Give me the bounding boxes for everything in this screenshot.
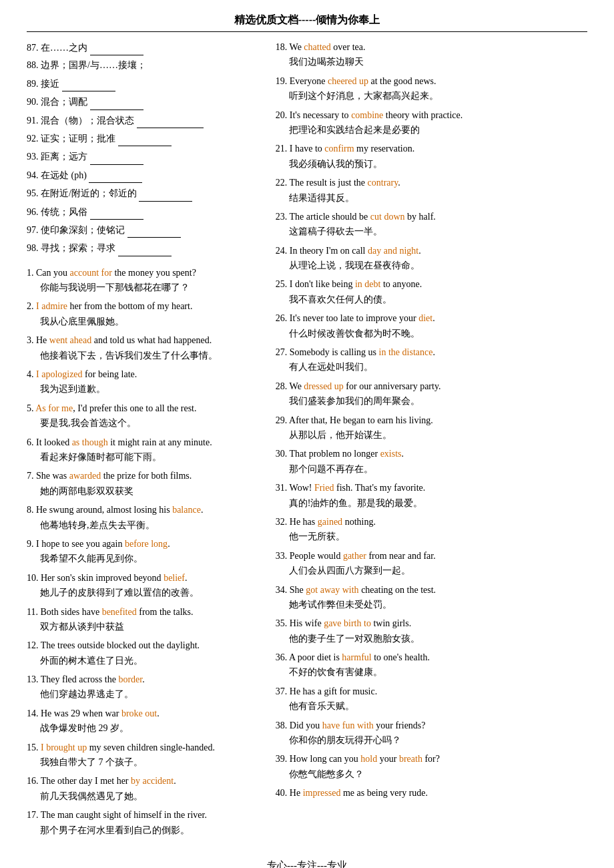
highlight-got-away-with: got away with [306,585,358,595]
vocab-item-98: 98. 寻找；探索；寻求 [27,240,262,256]
chinese-8: 他蓦地转身,差点失去平衡。 [27,518,262,533]
chinese-27: 有人在远处叫我们。 [276,360,601,375]
vocab-item-88: 88. 边界；国界/与……接壤； [27,58,262,73]
sentence-9: 9. I hope to see you again before long. … [27,537,262,567]
chinese-19: 听到这个好消息，大家都高兴起来。 [276,89,601,103]
sentence-33: 33. People would gather from near and fa… [276,549,601,579]
chinese-5: 要是我,我会首选这个。 [27,416,262,431]
highlight-exists: exists [380,449,402,459]
highlight-before-long: before long [125,539,168,549]
right-column: 18. We chatted over tea. 我们边喝茶边聊天 19. Ev… [276,40,601,842]
sentence-31: 31. Wow! Fried fish. That's my favorite.… [276,481,601,511]
sentence-21: 21. I have to confirm my reservation. 我必… [276,142,601,172]
sentence-22: 22. The result is just the contrary. 结果适… [276,176,601,206]
highlight-combine: combine [351,110,383,120]
highlight-fried: Fried [314,483,334,493]
chinese-25: 我不喜欢欠任何人的债。 [276,292,601,307]
sentence-10: 10. Her son's skin improved beyond belie… [27,571,262,601]
sentence-16: 16. The other day I met her by accident.… [27,774,262,804]
sentence-15: 15. I brought up my seven children singl… [27,740,262,771]
highlight-in-debt: in debt [355,279,381,289]
chinese-16: 前几天我偶然遇见了她。 [27,789,262,804]
highlight-went-ahead: went ahead [49,335,91,345]
highlight-in-the-distance: in the distance [379,347,433,357]
sentence-36: 36. A poor diet is harmful to one's heal… [276,650,601,680]
sentence-6: 6. It looked as though it might rain at … [27,435,262,465]
chinese-34: 她考试作弊但未受处罚。 [276,598,601,612]
highlight-chatted: chatted [304,42,330,52]
chinese-11: 双方都从谈判中获益 [27,620,262,634]
highlight-cheered-up: cheered up [328,76,368,86]
highlight-as-for-me: As for me [35,403,73,413]
highlight-broke-out: broke out [121,708,157,718]
sentence-40: 40. He impressed me as being very rude. [276,786,601,801]
chinese-17: 那个男子在河水里看到自己的倒影。 [27,823,262,838]
chinese-12: 外面的树木遮住了日光。 [27,654,262,668]
highlight-have-fun-with: have fun with [322,720,374,730]
chinese-35: 他的妻子生了一对双胞胎女孩。 [276,632,601,646]
blank-92 [118,131,172,146]
highlight-balance: balance [172,505,201,515]
chinese-9: 我希望不久能再见到你。 [27,552,262,566]
sentence-18: 18. We chatted over tea. 我们边喝茶边聊天 [276,40,601,70]
chinese-4: 我为迟到道歉。 [27,382,262,397]
chinese-6: 看起来好像随时都可能下雨。 [27,450,262,465]
highlight-awarded: awarded [69,471,101,481]
vocab-item-89: 89. 接近 [27,76,262,91]
sentence-26: 26. It's never too late to improve your … [276,311,601,341]
sentence-12: 12. The trees outside blocked out the da… [27,638,262,668]
blank-95 [139,186,192,201]
highlight-gather: gather [343,551,366,561]
chinese-3: 他接着说下去，告诉我们发生了什么事情。 [27,349,262,363]
blank-87 [90,40,143,55]
sentence-17: 17. The man caught sight of himself in t… [27,808,262,838]
chinese-7: 她的两部电影双双获奖 [27,484,262,499]
blank-96 [90,204,143,220]
highlight-impressed: impressed [303,788,341,798]
sentence-27: 27. Somebody is calling us in the distan… [276,345,601,375]
vocab-item-91: 91. 混合（物）；混合状态 [27,113,262,128]
blank-90 [90,94,143,110]
chinese-14: 战争爆发时他 29 岁。 [27,721,262,736]
chinese-36: 不好的饮食有害健康。 [276,665,601,680]
page-title: 精选优质文档-----倾情为你奉上 [27,13,587,32]
page-footer: 专心---专注---专业 [27,855,587,868]
vocab-item-92: 92. 证实；证明；批准 [27,131,262,146]
vocab-item-90: 90. 混合；调配 [27,94,262,110]
highlight-by-accident: by accident [131,776,174,786]
highlight-contrary: contrary [368,178,398,188]
blank-98 [118,240,172,256]
chinese-24: 从理论上说，我现在昼夜待命。 [276,258,601,273]
sentence-2: 2. I admire her from the bottom of my he… [27,299,262,329]
chinese-31: 真的!油炸的鱼。那是我的最爱。 [276,496,601,511]
sentence-28: 28. We dressed up for our anniversary pa… [276,379,601,409]
highlight-dressed-up: dressed up [304,381,344,391]
blank-97 [127,222,181,238]
blank-93 [90,149,143,164]
sentence-20: 20. It's necessary to combine theory wit… [276,108,601,138]
sentence-34: 34. She got away with cheating on the te… [276,583,601,613]
sentence-13: 13. They fled across the border. 他们穿越边界逃… [27,672,262,702]
vocab-item-94: 94. 在远处 (ph) [27,168,262,183]
vocab-item-87: 87. 在……之内 [27,40,262,55]
chinese-37: 他有音乐天赋。 [276,699,601,714]
chinese-2: 我从心底里佩服她。 [27,314,262,329]
sentence-8: 8. He swung around, almost losing his ba… [27,503,262,533]
sentence-24: 24. In theory I'm on call day and night.… [276,244,601,274]
chinese-18: 我们边喝茶边聊天 [276,55,601,69]
chinese-21: 我必须确认我的预订。 [276,157,601,172]
sentence-29: 29. After that, He began to earn his liv… [276,413,601,443]
chinese-23: 这篇稿子得砍去一半。 [276,224,601,239]
highlight-confirm: confirm [324,144,354,154]
sentence-14: 14. He was 29 when war broke out. 战争爆发时他… [27,706,262,736]
chinese-26: 什么时候改善饮食都为时不晚。 [276,327,601,341]
vocab-item-96: 96. 传统；风俗 [27,204,262,220]
highlight-breath: breath [399,754,422,764]
sentence-7: 7. She was awarded the prize for both fi… [27,469,262,499]
chinese-13: 他们穿越边界逃走了。 [27,687,262,702]
chinese-20: 把理论和实践结合起来是必要的 [276,123,601,138]
chinese-32: 他一无所获。 [276,529,601,544]
highlight-admire: I admire [36,301,67,311]
highlight-day-and-night: day and night [368,246,418,256]
sentence-25: 25. I don't like being in debt to anyone… [276,277,601,307]
